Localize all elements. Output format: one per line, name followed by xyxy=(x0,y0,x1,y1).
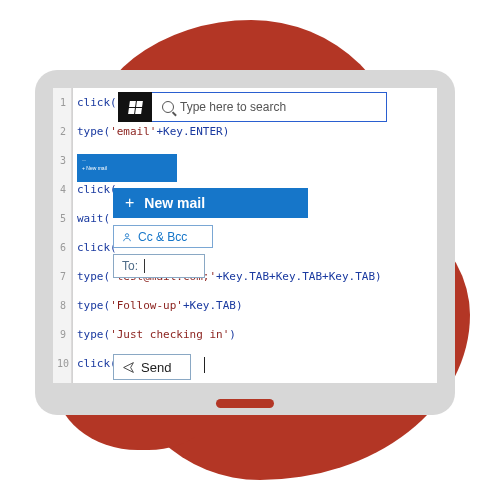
line-number: 7 xyxy=(53,271,73,282)
code-text: wait( xyxy=(73,212,110,225)
code-text: click( xyxy=(73,96,117,109)
line-number: 2 xyxy=(53,126,73,137)
code-line: 7type('test@mail.com;'+Key.TAB+Key.TAB+K… xyxy=(53,262,437,291)
tablet-frame: 1click(2type('email'+Key.ENTER)3wait(4cl… xyxy=(35,70,455,415)
cc-bcc-label: Cc & Bcc xyxy=(138,230,187,244)
to-field[interactable]: To: xyxy=(113,254,205,278)
code-line: 8type('Follow-up'+Key.TAB) xyxy=(53,291,437,320)
send-label: Send xyxy=(141,360,171,375)
search-icon xyxy=(162,101,174,113)
code-text: type('email'+Key.ENTER) xyxy=(73,125,229,138)
code-line: 10click( ) xyxy=(53,349,437,378)
taskbar-search[interactable]: Type here to search xyxy=(118,92,387,122)
text-caret xyxy=(144,259,145,273)
code-line: 6click( xyxy=(53,233,437,262)
code-line: 9type('Just checking in') xyxy=(53,320,437,349)
send-icon xyxy=(122,361,135,374)
mail-app-thumbnail[interactable]: — + New mail xyxy=(77,154,177,182)
line-number: 3 xyxy=(53,155,73,166)
search-placeholder: Type here to search xyxy=(180,100,386,114)
plus-icon: + xyxy=(125,194,134,212)
to-label: To: xyxy=(122,259,138,273)
svg-point-0 xyxy=(125,233,128,236)
code-text: click( xyxy=(73,241,117,254)
code-text: type('Just checking in') xyxy=(73,328,236,341)
line-number: 1 xyxy=(53,97,73,108)
new-mail-button[interactable]: + New mail xyxy=(113,188,308,218)
code-text: type('Follow-up'+Key.TAB) xyxy=(73,299,243,312)
windows-start-icon[interactable] xyxy=(118,92,152,122)
tablet-home-button[interactable] xyxy=(216,399,274,408)
screen: 1click(2type('email'+Key.ENTER)3wait(4cl… xyxy=(53,88,437,383)
cursor xyxy=(198,357,205,373)
line-number: 5 xyxy=(53,213,73,224)
new-mail-label: New mail xyxy=(144,195,205,211)
send-button[interactable]: Send xyxy=(113,354,191,380)
line-number: 10 xyxy=(53,358,73,369)
cc-bcc-button[interactable]: Cc & Bcc xyxy=(113,225,213,248)
person-icon xyxy=(122,232,132,242)
code-text: click( xyxy=(73,183,117,196)
line-number: 4 xyxy=(53,184,73,195)
line-number: 6 xyxy=(53,242,73,253)
line-number: 8 xyxy=(53,300,73,311)
line-number: 9 xyxy=(53,329,73,340)
